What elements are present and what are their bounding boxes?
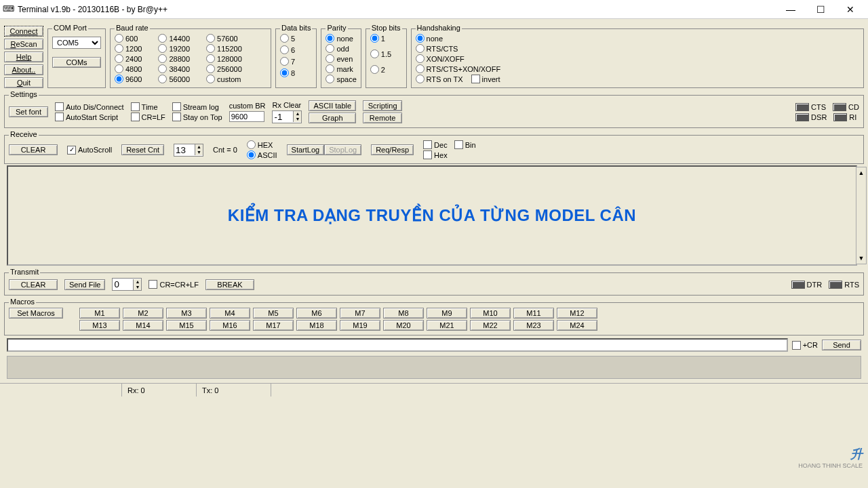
radio-baud-38400[interactable]: 38400: [158, 64, 190, 73]
radio-parity-none[interactable]: none: [326, 34, 356, 43]
radio-handshaking-2[interactable]: XON/XOFF: [416, 54, 465, 63]
macro-M21[interactable]: M21: [427, 320, 467, 331]
radio-baud-2400[interactable]: 2400: [115, 54, 142, 63]
break-button[interactable]: BREAK: [205, 279, 254, 290]
macro-M13[interactable]: M13: [79, 320, 120, 331]
radio-baud-4800[interactable]: 4800: [115, 64, 142, 73]
maximize-button[interactable]: ☐: [806, 1, 835, 18]
help-button[interactable]: Help: [4, 52, 43, 62]
cnt-spinner[interactable]: ▲▼: [174, 144, 203, 157]
radio-stopbits-1[interactable]: 1: [370, 34, 402, 43]
radio-hex[interactable]: HEX: [247, 140, 277, 149]
radio-databits-8[interactable]: 8: [280, 68, 312, 77]
check-dec[interactable]: Dec: [423, 140, 448, 149]
check-bin[interactable]: Bin: [454, 140, 476, 149]
macro-M20[interactable]: M20: [383, 320, 424, 331]
close-button[interactable]: ✕: [835, 1, 865, 18]
macro-M24[interactable]: M24: [557, 320, 597, 331]
radio-baud-128000[interactable]: 128000: [206, 54, 242, 63]
macro-M16[interactable]: M16: [210, 320, 250, 331]
radio-baud-19200[interactable]: 19200: [158, 44, 190, 53]
connect-button[interactable]: Connect: [4, 26, 43, 37]
resetcnt-button[interactable]: Reset Cnt: [121, 144, 164, 155]
setmacros-button[interactable]: Set Macros: [9, 308, 63, 319]
check-autostart[interactable]: AutoStart Script: [55, 113, 124, 121]
receive-clear-button[interactable]: CLEAR: [9, 144, 58, 155]
radio-baud-57600[interactable]: 57600: [206, 34, 242, 43]
radio-databits-7[interactable]: 7: [280, 57, 312, 66]
send-button[interactable]: Send: [822, 340, 861, 350]
radio-parity-even[interactable]: even: [326, 54, 356, 63]
macro-M23[interactable]: M23: [513, 320, 554, 331]
radio-parity-space[interactable]: space: [326, 75, 356, 83]
transmit-clear-button[interactable]: CLEAR: [9, 279, 58, 290]
radio-parity-mark[interactable]: mark: [326, 64, 356, 73]
macro-M2[interactable]: M2: [123, 308, 163, 319]
led-dtr[interactable]: DTR: [791, 281, 823, 289]
radio-databits-6[interactable]: 6: [280, 45, 312, 54]
scripting-button[interactable]: Scripting: [363, 100, 402, 111]
macro-M18[interactable]: M18: [296, 320, 337, 331]
receive-textarea[interactable]: KIỂM TRA DẠNG TRUYỀN CỦA TỪNG MODEL CÂN …: [7, 165, 857, 266]
rescan-button[interactable]: ReScan: [4, 39, 43, 49]
radio-baud-9600[interactable]: 9600: [115, 75, 142, 83]
radio-ascii[interactable]: ASCII: [247, 150, 277, 159]
macro-M3[interactable]: M3: [166, 308, 207, 319]
macro-M8[interactable]: M8: [383, 308, 424, 319]
setfont-button[interactable]: Set font: [9, 106, 48, 117]
macro-M10[interactable]: M10: [470, 308, 511, 319]
check-autodisconnect[interactable]: Auto Dis/Connect: [55, 102, 124, 111]
check-invert[interactable]: invert: [471, 75, 500, 83]
sendfile-button[interactable]: Send File: [64, 279, 105, 290]
macro-M9[interactable]: M9: [427, 308, 467, 319]
radio-baud-256000[interactable]: 256000: [206, 64, 242, 73]
check-plus-cr[interactable]: +CR: [792, 341, 818, 350]
about-button[interactable]: About..: [4, 64, 43, 75]
rxclear-spinner[interactable]: ▲▼: [272, 110, 302, 123]
check-hex2[interactable]: Hex: [423, 150, 475, 159]
macro-M22[interactable]: M22: [470, 320, 511, 331]
startlog-button[interactable]: StartLog: [287, 144, 325, 155]
radio-baud-115200[interactable]: 115200: [206, 44, 242, 53]
transmit-spinner[interactable]: ▲▼: [112, 278, 142, 291]
radio-baud-custom[interactable]: custom: [206, 75, 242, 83]
radio-databits-5[interactable]: 5: [280, 34, 312, 43]
radio-stopbits-1.5[interactable]: 1.5: [370, 49, 402, 58]
remote-button[interactable]: Remote: [363, 113, 402, 123]
comport-select[interactable]: COM5: [52, 37, 101, 49]
reqresp-button[interactable]: Req/Resp: [371, 144, 414, 155]
radio-baud-28800[interactable]: 28800: [158, 54, 190, 63]
quit-button[interactable]: Quit: [4, 77, 43, 88]
transmit-textarea[interactable]: [7, 356, 861, 379]
asciitable-button[interactable]: ASCII table: [309, 100, 356, 111]
custombr-input[interactable]: [229, 111, 264, 122]
graph-button[interactable]: Graph: [309, 113, 356, 123]
check-stayontop[interactable]: Stay on Top: [172, 113, 222, 121]
macro-M17[interactable]: M17: [253, 320, 294, 331]
macro-M14[interactable]: M14: [123, 320, 163, 331]
radio-baud-14400[interactable]: 14400: [158, 34, 190, 43]
macro-M6[interactable]: M6: [296, 308, 337, 319]
macro-M15[interactable]: M15: [166, 320, 207, 331]
radio-handshaking-4[interactable]: RTS on TX: [416, 75, 463, 83]
check-streamlog[interactable]: Stream log: [172, 102, 222, 111]
macro-M5[interactable]: M5: [253, 308, 294, 319]
radio-parity-odd[interactable]: odd: [326, 44, 356, 53]
macro-M7[interactable]: M7: [340, 308, 380, 319]
stoplog-button[interactable]: StopLog: [324, 144, 361, 155]
radio-handshaking-1[interactable]: RTS/CTS: [416, 44, 458, 53]
macro-M1[interactable]: M1: [79, 308, 120, 319]
radio-handshaking-0[interactable]: none: [416, 34, 443, 43]
radio-handshaking-3[interactable]: RTS/CTS+XON/XOFF: [416, 64, 501, 73]
check-crcrlf[interactable]: CR=CR+LF: [149, 280, 198, 289]
check-crlf[interactable]: CR=LF: [131, 113, 165, 121]
check-autoscroll[interactable]: ✓AutoScroll: [67, 146, 112, 155]
check-time[interactable]: Time: [131, 102, 165, 111]
receive-scrollbar[interactable]: ▲▼: [856, 167, 867, 264]
macro-M11[interactable]: M11: [513, 308, 554, 319]
radio-baud-1200[interactable]: 1200: [115, 44, 142, 53]
radio-baud-56000[interactable]: 56000: [158, 75, 190, 83]
radio-stopbits-2[interactable]: 2: [370, 65, 402, 74]
minimize-button[interactable]: —: [776, 1, 806, 18]
radio-baud-600[interactable]: 600: [115, 34, 142, 43]
